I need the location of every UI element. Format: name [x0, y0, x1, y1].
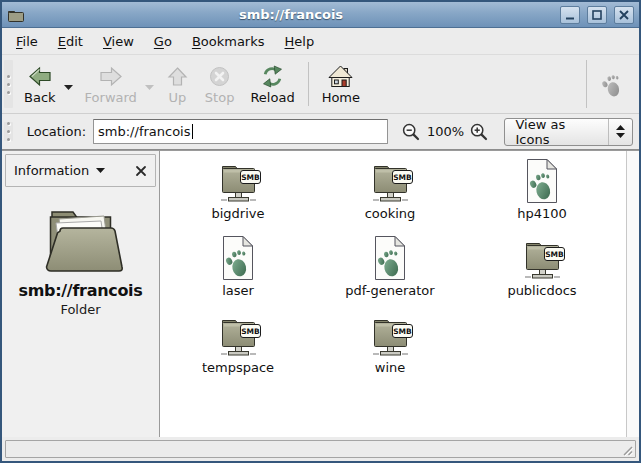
file-item[interactable]: pdf-generator — [314, 232, 466, 309]
reload-icon — [260, 65, 285, 88]
home-icon — [328, 65, 353, 88]
statusbar — [5, 440, 636, 458]
smb-share-folder-icon: SMB — [215, 157, 262, 204]
window-title: smb://francois — [29, 7, 553, 22]
home-button[interactable]: Home — [314, 58, 368, 110]
file-label: pdf-generator — [345, 283, 434, 298]
stop-icon — [208, 65, 231, 88]
toolbar: Back Forward Up Stop — [2, 55, 639, 114]
zoom-level: 100% — [426, 124, 464, 139]
minimize-button[interactable] — [560, 6, 580, 24]
titlebar[interactable]: smb://francois — [2, 2, 639, 28]
toolbar-separator — [308, 62, 309, 106]
chevron-down-icon — [96, 168, 105, 173]
file-label: bigdrive — [211, 206, 264, 221]
text-caret — [192, 124, 193, 139]
locationbar-grip[interactable] — [4, 122, 13, 141]
menu-bookmarks[interactable]: Bookmarks — [182, 31, 275, 52]
up-arrow-icon — [166, 65, 189, 88]
toolbar-grip[interactable] — [4, 60, 13, 108]
close-button[interactable] — [614, 6, 634, 24]
resize-grip-icon[interactable] — [619, 442, 633, 456]
smb-share-folder-icon: SMB — [215, 311, 262, 358]
file-icon: SMB — [215, 309, 262, 358]
sidebar-info-panel: smb://francois Folder — [5, 189, 156, 434]
chevron-down-icon — [145, 85, 154, 90]
file-item[interactable]: SMB publicdocs — [466, 232, 618, 309]
location-bar: Location: smb://francois 100% View as Ic… — [2, 114, 639, 150]
sidebar-location-type: Folder — [60, 302, 100, 317]
back-arrow-icon — [27, 65, 53, 88]
menu-view[interactable]: View — [93, 31, 144, 52]
back-button[interactable]: Back — [16, 58, 64, 110]
network-service-icon — [371, 235, 409, 281]
file-icon: SMB — [367, 309, 414, 358]
zoom-in-icon[interactable] — [469, 122, 489, 142]
view-mode-label: View as Icons — [515, 117, 599, 147]
sidebar-panel-label: Information — [14, 163, 89, 178]
svg-text:SMB: SMB — [241, 173, 260, 182]
svg-text:SMB: SMB — [393, 173, 412, 182]
statusbar-area — [2, 437, 639, 461]
file-label: laser — [222, 283, 254, 298]
file-label: cooking — [365, 206, 416, 221]
forward-label: Forward — [85, 91, 137, 105]
file-item[interactable]: SMB bigdrive — [162, 155, 314, 232]
maximize-button[interactable] — [587, 6, 607, 24]
maximize-icon — [591, 9, 603, 21]
svg-text:SMB: SMB — [545, 250, 564, 259]
forward-dropdown — [145, 58, 158, 110]
icon-view: SMB bigdrive SMB cooking — [160, 151, 639, 437]
file-icon: SMB — [215, 155, 262, 204]
chevron-down-icon — [64, 85, 73, 90]
smb-share-folder-icon: SMB — [519, 234, 566, 281]
file-item[interactable]: laser — [162, 232, 314, 309]
back-dropdown[interactable] — [64, 58, 77, 110]
svg-text:SMB: SMB — [241, 327, 260, 336]
file-label: hp4100 — [517, 206, 567, 221]
throbber — [586, 60, 635, 108]
menubar: File Edit View Go Bookmarks Help — [2, 28, 639, 55]
network-service-icon — [523, 158, 561, 204]
view-mode-selector[interactable]: View as Icons — [504, 118, 633, 146]
file-grid[interactable]: SMB bigdrive SMB cooking — [160, 151, 626, 437]
reload-button[interactable]: Reload — [242, 58, 302, 110]
sidebar-panel-selector[interactable]: Information — [14, 163, 105, 178]
home-label: Home — [322, 91, 360, 105]
vertical-scrollbar[interactable] — [626, 151, 639, 437]
file-item[interactable]: hp4100 — [466, 155, 618, 232]
file-item[interactable]: SMB tempspace — [162, 309, 314, 386]
smb-share-folder-icon: SMB — [367, 311, 414, 358]
toolbar-spacer — [368, 58, 586, 110]
location-input[interactable]: smb://francois — [93, 119, 388, 144]
view-mode-spinner — [608, 119, 632, 145]
file-item[interactable]: SMB cooking — [314, 155, 466, 232]
zoom-controls: 100% — [395, 122, 489, 142]
menu-help[interactable]: Help — [275, 31, 325, 52]
sidebar-location-title: smb://francois — [18, 281, 142, 300]
sidebar-close-icon[interactable] — [135, 165, 147, 177]
network-service-icon — [219, 235, 257, 281]
file-label: tempspace — [202, 360, 274, 375]
file-manager-window: smb://francois File Edit View Go Bookmar… — [0, 0, 641, 463]
forward-arrow-icon — [98, 65, 124, 88]
chevron-down-icon — [616, 133, 625, 138]
sidebar: Information — [2, 151, 160, 437]
sidebar-header: Information — [5, 154, 156, 187]
gnome-foot-icon — [597, 68, 627, 100]
file-item[interactable]: SMB wine — [314, 309, 466, 386]
location-value: smb://francois — [98, 124, 190, 139]
file-icon: SMB — [367, 155, 414, 204]
menu-edit[interactable]: Edit — [48, 31, 93, 52]
content-area: Information — [2, 150, 639, 437]
zoom-out-icon[interactable] — [401, 122, 421, 142]
menu-file[interactable]: File — [6, 31, 48, 52]
file-icon: SMB — [519, 232, 566, 281]
menu-go[interactable]: Go — [144, 31, 182, 52]
file-icon — [523, 155, 561, 204]
stop-label: Stop — [205, 91, 235, 105]
svg-text:SMB: SMB — [393, 327, 412, 336]
chevron-up-icon — [616, 125, 625, 130]
close-icon — [618, 9, 630, 21]
forward-button: Forward — [77, 58, 145, 110]
